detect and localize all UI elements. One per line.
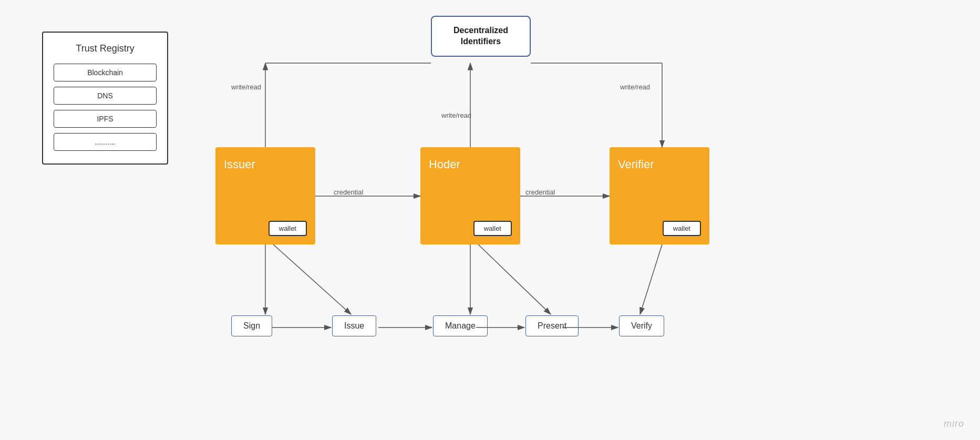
- verifier-label: Verifier: [618, 158, 654, 171]
- label-issuer-did: write/read: [231, 83, 261, 91]
- issuer-wallet: wallet: [269, 221, 307, 236]
- svg-line-13: [640, 244, 662, 314]
- verify-box: Verify: [619, 315, 664, 336]
- did-title: DecentralizedIdentifiers: [438, 25, 523, 47]
- holder-wallet: wallet: [473, 221, 512, 236]
- label-holder-did: write/read: [441, 111, 471, 119]
- holder-label: Hoder: [429, 158, 460, 171]
- trust-registry-title: Trust Registry: [54, 43, 157, 54]
- trust-registry-item-blockchain: Blockchain: [54, 64, 157, 81]
- issuer-box: Issuer wallet: [215, 147, 315, 244]
- label-holder-verifier: credential: [525, 188, 555, 196]
- present-box: Present: [525, 315, 579, 336]
- svg-line-12: [478, 244, 551, 314]
- diagram-container: Trust Registry Blockchain DNS IPFS .....…: [0, 0, 980, 440]
- miro-watermark: miro: [944, 418, 964, 429]
- svg-line-10: [273, 244, 351, 314]
- issue-box: Issue: [332, 315, 376, 336]
- label-verifier-did: write/read: [620, 83, 650, 91]
- holder-box: Hoder wallet: [420, 147, 520, 244]
- did-box: DecentralizedIdentifiers: [431, 16, 531, 57]
- verifier-wallet: wallet: [663, 221, 701, 236]
- manage-box: Manage: [433, 315, 488, 336]
- trust-registry-item-dns: DNS: [54, 87, 157, 105]
- verifier-box: Verifier wallet: [610, 147, 709, 244]
- trust-registry-item-ipfs: IPFS: [54, 110, 157, 128]
- label-issuer-holder: credential: [334, 188, 363, 196]
- trust-registry: Trust Registry Blockchain DNS IPFS .....…: [42, 32, 168, 165]
- trust-registry-item-other: ..........: [54, 133, 157, 151]
- issuer-label: Issuer: [224, 158, 255, 171]
- sign-box: Sign: [231, 315, 272, 336]
